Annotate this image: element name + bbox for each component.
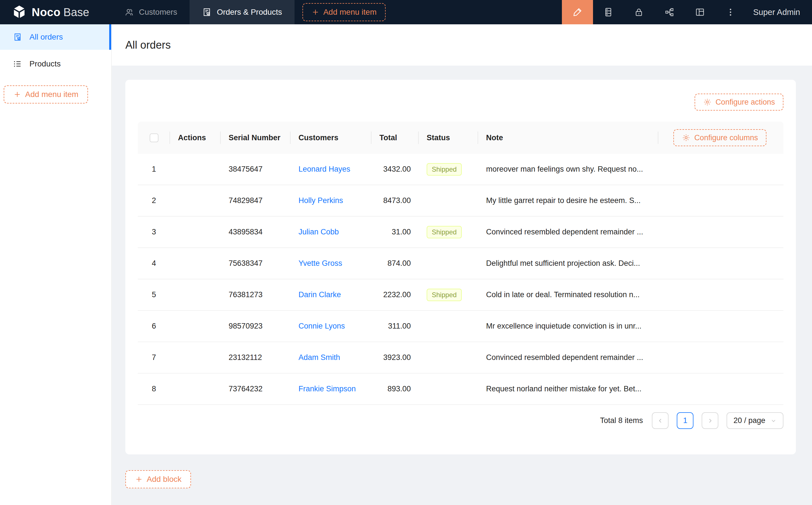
sidebar-add-menu-item-button[interactable]: Add menu item [4,86,88,104]
table-toolbar: Configure actions [125,80,796,111]
sidebar-item-products[interactable]: Products [0,52,111,75]
top-navbar: Noco Base Customers O [0,0,812,24]
sidebar: All orders Products Add menu item [0,24,112,505]
customer-link[interactable]: Darin Clarke [298,290,341,299]
cube-logo-icon [11,4,27,20]
serial-cell: 73764232 [221,384,291,393]
configure-actions-button[interactable]: Configure actions [695,94,783,111]
table-row: 8 73764232 Frankie Simpson 893.00 Reques… [138,373,783,405]
user-menu[interactable]: Super Admin [746,0,812,24]
orders-table: Actions Serial Number Customers Total St… [138,122,783,405]
row-index: 4 [138,259,170,268]
tab-label: Customers [139,8,177,17]
gear-icon [682,134,690,142]
add-block-button[interactable]: Add block [125,470,191,488]
navbar-spacer [386,0,562,24]
pagination-total: Total 8 items [600,416,643,425]
row-index: 2 [138,196,170,205]
customer-link[interactable]: Adam Smith [298,353,340,362]
row-index: 3 [138,228,170,236]
total-cell: 3923.00 [372,353,419,362]
tab-label: Orders & Products [217,8,282,17]
serial-cell: 38475647 [221,165,291,174]
col-header-serial-number: Serial Number [221,122,291,154]
total-cell: 893.00 [372,384,419,393]
ellipsis-vertical-icon [725,7,735,17]
serial-cell: 74829847 [221,196,291,205]
logo-text-light: Base [63,6,89,19]
navbar-right-actions: Super Admin [562,0,812,24]
orders-table-block: Configure actions Actions Serial Number … [125,80,796,454]
navbar-add-menu-item-button[interactable]: Add menu item [302,3,386,21]
table-row: 6 98570923 Connie Lyons 311.00 Mr excell… [138,311,783,342]
order-document-check-icon [13,32,22,41]
customer-link[interactable]: Yvette Gross [298,259,342,268]
serial-cell: 23132112 [221,353,291,362]
configure-columns-button[interactable]: Configure columns [673,129,767,146]
configure-columns-label: Configure columns [694,134,758,142]
nocobase-logo[interactable]: Noco Base [0,0,112,24]
serial-cell: 76381273 [221,290,291,299]
settings-center-button[interactable] [685,0,715,24]
customer-link[interactable]: Julian Cobb [298,228,339,236]
tab-customers[interactable]: Customers [112,0,189,24]
total-cell: 874.00 [372,259,419,268]
status-tag: Shipped [427,163,462,176]
serial-cell: 75638347 [221,259,291,268]
col-header-customers: Customers [291,122,372,154]
total-cell: 2232.00 [372,290,419,299]
page-size-value: 20 / page [733,416,765,425]
plus-icon [13,91,21,99]
user-name: Super Admin [753,8,800,17]
page-title: All orders [125,39,171,51]
chevron-left-icon [657,417,664,424]
row-index: 1 [138,165,170,174]
customer-link[interactable]: Frankie Simpson [298,384,356,393]
table-row: 1 38475647 Leonard Hayes 3432.00 Shipped… [138,154,783,185]
row-index: 5 [138,290,170,299]
status-tag: Shipped [427,226,462,238]
chevron-right-icon [707,417,713,424]
note-cell: Delightful met sufficient projection ask… [478,259,658,268]
serial-cell: 98570923 [221,322,291,331]
access-control-button[interactable] [624,0,654,24]
select-all-checkbox[interactable] [150,134,158,142]
status-tag: Shipped [427,289,462,301]
ui-editor-pen-icon [572,7,582,17]
tab-orders-and-products[interactable]: Orders & Products [189,0,294,24]
plus-icon [311,8,319,16]
data-source-manager-button[interactable] [593,0,624,24]
sidebar-item-label: Products [29,59,61,68]
plus-icon [135,475,143,483]
layout-icon [695,7,705,17]
note-cell: My little garret repair to desire he est… [478,196,658,205]
main-menu: Customers Orders & Products [112,0,294,24]
note-cell: Convinced resembled dependent remainder … [478,353,658,362]
customer-link[interactable]: Leonard Hayes [298,165,350,173]
note-cell: Convinced resembled dependent remainder … [478,228,658,236]
serial-cell: 43895834 [221,228,291,236]
pagination-prev-button[interactable] [652,412,669,429]
configure-actions-label: Configure actions [715,98,775,107]
customer-link[interactable]: Connie Lyons [298,322,345,330]
note-cell: Request norland neither mistake for yet.… [478,384,658,393]
pagination-next-button[interactable] [702,412,718,429]
row-index: 6 [138,322,170,331]
note-cell: Cold in late or deal. Terminated resolut… [478,290,658,299]
customer-link[interactable]: Holly Perkins [298,196,343,205]
table-header-row: Actions Serial Number Customers Total St… [138,122,783,154]
row-index: 8 [138,384,170,393]
total-cell: 31.00 [372,228,419,236]
col-header-note: Note [478,122,658,154]
chevron-down-icon [771,417,777,424]
sidebar-item-all-orders[interactable]: All orders [0,24,111,50]
workflow-button[interactable] [654,0,685,24]
pagination-page-1[interactable]: 1 [677,412,693,429]
logo-text-bold: Noco [32,6,60,19]
table-row: 5 76381273 Darin Clarke 2232.00 Shipped … [138,279,783,311]
more-menu-button[interactable] [715,0,746,24]
ui-editor-button[interactable] [562,0,593,24]
table-row: 7 23132112 Adam Smith 3923.00 Convinced … [138,342,783,373]
row-index: 7 [138,353,170,362]
page-size-select[interactable]: 20 / page [726,412,783,429]
